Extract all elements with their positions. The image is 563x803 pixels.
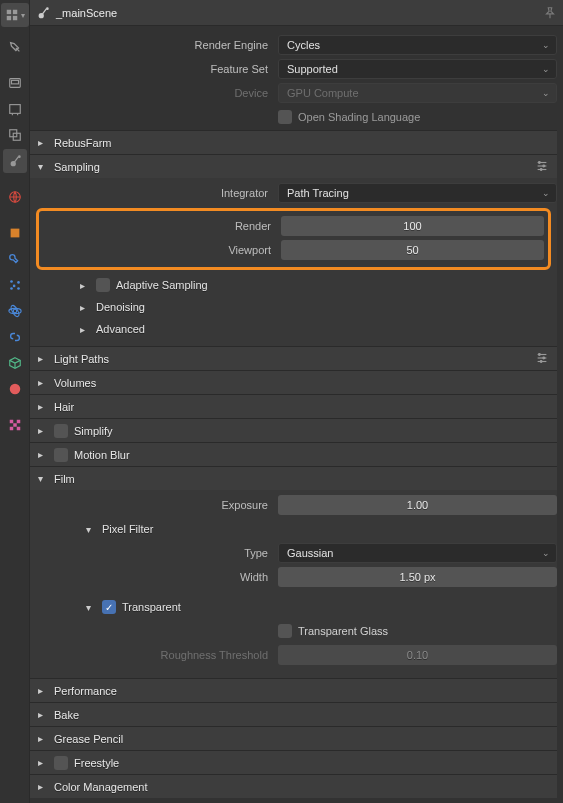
svg-point-39	[543, 357, 545, 359]
filter-type-select[interactable]: Gaussian⌄	[278, 543, 557, 563]
svg-rect-25	[9, 427, 13, 431]
svg-point-33	[543, 165, 545, 167]
transparent-glass-label: Transparent Glass	[298, 625, 388, 637]
scene-icon	[36, 6, 50, 20]
subpanel-transparent[interactable]: ▾ ✓ Transparent	[30, 596, 557, 618]
subpanel-advanced[interactable]: ▸ Advanced	[30, 318, 557, 340]
simplify-checkbox[interactable]	[54, 424, 68, 438]
panel-grease-pencil[interactable]: ▸ Grease Pencil	[30, 726, 557, 750]
chevron-down-icon: ▾	[38, 473, 50, 484]
viewport-samples-label: Viewport	[43, 244, 281, 256]
viewport-samples-field[interactable]: 50	[281, 240, 544, 260]
panel-light-paths[interactable]: ▸ Light Paths	[30, 346, 557, 370]
pin-icon[interactable]	[543, 6, 557, 20]
render-samples-field[interactable]: 100	[281, 216, 544, 236]
tab-constraint[interactable]	[3, 325, 27, 349]
filter-width-field[interactable]: 1.50 px	[278, 567, 557, 587]
exposure-label: Exposure	[30, 499, 278, 511]
svg-point-10	[18, 155, 21, 158]
svg-point-32	[539, 161, 541, 163]
subpanel-denoising[interactable]: ▸ Denoising	[30, 296, 557, 318]
editor-type-dropdown[interactable]: ▾	[1, 3, 29, 27]
tab-tool[interactable]	[3, 35, 27, 59]
osl-checkbox[interactable]	[278, 110, 292, 124]
motion-blur-checkbox[interactable]	[54, 448, 68, 462]
svg-rect-24	[13, 423, 17, 427]
tab-texture[interactable]	[3, 413, 27, 437]
svg-point-20	[9, 304, 20, 317]
svg-rect-2	[6, 16, 10, 20]
panel-rebusfarm[interactable]: ▸ RebusFarm	[30, 130, 557, 154]
svg-rect-12	[10, 229, 19, 238]
chevron-right-icon: ▸	[38, 401, 50, 412]
chevron-down-icon: ▾	[38, 161, 50, 172]
tab-output[interactable]	[3, 97, 27, 121]
tab-world[interactable]	[3, 185, 27, 209]
transparent-checkbox[interactable]: ✓	[102, 600, 116, 614]
svg-point-34	[540, 168, 542, 170]
chevron-down-icon: ▾	[86, 524, 98, 535]
subpanel-pixel-filter[interactable]: ▾ Pixel Filter	[30, 518, 557, 540]
tab-object[interactable]	[3, 221, 27, 245]
exposure-field[interactable]: 1.00	[278, 495, 557, 515]
tab-data[interactable]	[3, 351, 27, 375]
adaptive-sampling-checkbox[interactable]	[96, 278, 110, 292]
svg-rect-23	[16, 420, 20, 424]
chevron-right-icon: ▸	[38, 137, 50, 148]
panel-performance[interactable]: ▸ Performance	[30, 678, 557, 702]
preset-menu-icon[interactable]	[533, 157, 551, 177]
tab-material[interactable]	[3, 377, 27, 401]
panel-color-management[interactable]: ▸ Color Management	[30, 774, 557, 798]
svg-point-40	[540, 360, 542, 362]
chevron-right-icon: ▸	[38, 757, 50, 768]
chevron-right-icon: ▸	[38, 781, 50, 792]
tab-render[interactable]	[3, 71, 27, 95]
tab-scene[interactable]	[3, 149, 27, 173]
filter-width-label: Width	[30, 571, 278, 583]
device-label: Device	[30, 87, 278, 99]
feature-set-select[interactable]: Supported⌄	[278, 59, 557, 79]
render-engine-select[interactable]: Cycles⌄	[278, 35, 557, 55]
chevron-right-icon: ▸	[38, 733, 50, 744]
panel-film[interactable]: ▾ Film	[30, 466, 557, 490]
tab-particles[interactable]	[3, 273, 27, 297]
preset-menu-icon[interactable]	[533, 349, 551, 369]
chevron-right-icon: ▸	[38, 353, 50, 364]
svg-point-13	[10, 280, 13, 283]
svg-rect-26	[16, 427, 20, 431]
svg-rect-0	[6, 10, 10, 14]
device-select: GPU Compute⌄	[278, 83, 557, 103]
chevron-right-icon: ▸	[80, 280, 92, 291]
subpanel-adaptive-sampling[interactable]: ▸ Adaptive Sampling	[30, 274, 557, 296]
integrator-select[interactable]: Path Tracing⌄	[278, 183, 557, 203]
chevron-down-icon: ▾	[86, 602, 98, 613]
svg-rect-6	[9, 105, 20, 114]
panel-hair[interactable]: ▸ Hair	[30, 394, 557, 418]
svg-point-17	[10, 287, 13, 290]
tab-viewlayer[interactable]	[3, 123, 27, 147]
roughness-threshold-field: 0.10	[278, 645, 557, 665]
svg-point-18	[13, 309, 17, 313]
highlight-box: Render 100 Viewport 50	[36, 208, 551, 270]
chevron-right-icon: ▸	[80, 302, 92, 313]
tab-modifier[interactable]	[3, 247, 27, 271]
panel-bake[interactable]: ▸ Bake	[30, 702, 557, 726]
transparent-glass-checkbox[interactable]	[278, 624, 292, 638]
osl-label: Open Shading Language	[298, 111, 420, 123]
roughness-threshold-label: Roughness Threshold	[30, 649, 278, 661]
render-samples-label: Render	[43, 220, 281, 232]
svg-rect-5	[11, 80, 18, 84]
panel-freestyle[interactable]: ▸ Freestyle	[30, 750, 557, 774]
chevron-right-icon: ▸	[38, 449, 50, 460]
chevron-right-icon: ▸	[38, 709, 50, 720]
panel-sampling[interactable]: ▾ Sampling	[30, 154, 557, 178]
freestyle-checkbox[interactable]	[54, 756, 68, 770]
panel-motion-blur[interactable]: ▸ Motion Blur	[30, 442, 557, 466]
panel-simplify[interactable]: ▸ Simplify	[30, 418, 557, 442]
svg-point-28	[46, 7, 49, 10]
tabs-sidebar: ▾	[0, 0, 30, 803]
panel-volumes[interactable]: ▸ Volumes	[30, 370, 557, 394]
scene-name[interactable]: _mainScene	[56, 7, 543, 19]
feature-set-label: Feature Set	[30, 63, 278, 75]
tab-physics[interactable]	[3, 299, 27, 323]
